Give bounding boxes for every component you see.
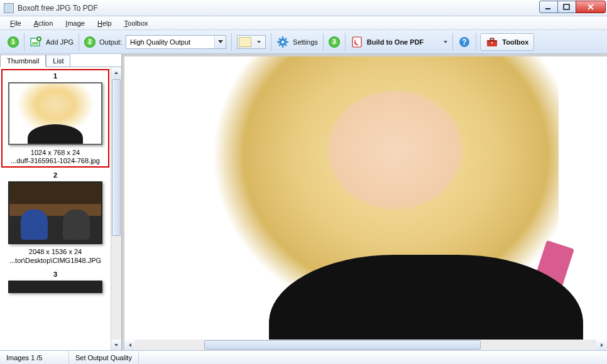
svg-text:?: ?	[462, 38, 467, 46]
step-badge-1: 1	[8, 36, 19, 48]
preview-horizontal-scrollbar[interactable]	[124, 340, 607, 350]
thumbnail-item[interactable]: 3	[1, 268, 109, 299]
background-color-picker[interactable]	[237, 35, 266, 49]
tab-thumbnail[interactable]: Thumbnail	[0, 55, 46, 67]
menu-help[interactable]: Help	[92, 18, 117, 28]
thumbnail-image	[8, 82, 102, 145]
chevron-down-icon	[214, 36, 226, 48]
thumbnail-number: 3	[3, 269, 108, 279]
add-jpg-button[interactable]: Add JPG	[26, 33, 77, 51]
maximize-button[interactable]	[557, 1, 576, 13]
thumbnail-image	[8, 181, 102, 244]
step-badge-3: 3	[329, 36, 340, 48]
app-icon	[4, 3, 14, 13]
output-select[interactable]: High Quality Output	[126, 35, 226, 49]
toolbox-button[interactable]: Toolbox	[480, 33, 534, 51]
thumbnail-filename: ...duff-3165961-1024-768.jpg	[3, 157, 107, 165]
minimize-button[interactable]	[539, 1, 558, 13]
scroll-thumb[interactable]	[204, 340, 481, 350]
thumbnail-filename: ...tor\Desktop\CIMG1848.JPG	[3, 257, 108, 265]
pdf-icon	[351, 36, 363, 48]
status-image-count: Images 1 /5	[0, 351, 69, 364]
titlebar: Boxoft free JPG To PDF	[0, 0, 607, 16]
left-tabs: Thumbnail List	[0, 54, 121, 67]
status-hint: Set Output Quality	[69, 351, 139, 364]
scroll-down-button[interactable]	[111, 340, 121, 350]
window-controls	[540, 1, 606, 13]
thumbnail-number: 1	[3, 71, 107, 81]
tab-list[interactable]: List	[46, 55, 70, 67]
toolbox-label: Toolbox	[502, 38, 528, 46]
svg-rect-12	[490, 38, 494, 40]
main-area: Thumbnail List 1 1024 x 768 x 24 ...duff…	[0, 54, 607, 350]
thumbnail-dimensions: 2048 x 1536 x 24	[3, 248, 108, 256]
svg-rect-7	[353, 37, 361, 47]
thumbnail-image	[8, 281, 102, 293]
build-pdf-button[interactable]: Build to One PDF	[347, 33, 451, 51]
settings-label: Settings	[293, 38, 318, 46]
help-button[interactable]: ?	[454, 33, 474, 51]
svg-rect-4	[32, 42, 38, 45]
statusbar: Images 1 /5 Set Output Quality	[0, 350, 607, 364]
thumbnail-scrollbar[interactable]	[111, 67, 121, 350]
left-pane: Thumbnail List 1 1024 x 768 x 24 ...duff…	[0, 54, 122, 350]
svg-rect-0	[545, 8, 550, 9]
scroll-right-button[interactable]	[596, 340, 607, 350]
add-jpg-label: Add JPG	[46, 38, 74, 46]
menu-image[interactable]: Image	[60, 18, 90, 28]
thumbnail-list: 1 1024 x 768 x 24 ...duff-3165961-1024-7…	[0, 67, 111, 350]
svg-point-13	[491, 41, 493, 43]
svg-point-6	[282, 40, 284, 43]
scroll-track[interactable]	[135, 340, 596, 350]
preview-pane	[122, 54, 607, 350]
thumbnail-dimensions: 1024 x 768 x 24	[3, 149, 107, 157]
window-title: Boxoft free JPG To PDF	[18, 4, 540, 13]
menu-toolbox[interactable]: Toolbox	[119, 18, 153, 28]
scroll-left-button[interactable]	[124, 340, 135, 350]
menu-action[interactable]: Action	[29, 18, 58, 28]
color-swatch	[239, 37, 251, 47]
svg-rect-1	[564, 4, 569, 9]
scroll-thumb[interactable]	[112, 79, 121, 236]
build-label: Build to One PDF	[367, 38, 424, 46]
chevron-down-icon	[254, 36, 264, 48]
output-label: Output:	[99, 38, 122, 46]
preview-image	[124, 56, 607, 340]
gear-icon	[276, 36, 289, 48]
add-image-icon	[30, 36, 42, 48]
close-button[interactable]	[576, 1, 606, 13]
chevron-down-icon	[444, 41, 447, 43]
thumbnail-item[interactable]: 1 1024 x 768 x 24 ...duff-3165961-1024-7…	[1, 69, 109, 168]
settings-button[interactable]: Settings	[273, 33, 322, 51]
menu-file[interactable]: File	[5, 18, 26, 28]
toolbar: 1 Add JPG 2 Output: High Quality Output …	[0, 30, 607, 54]
scroll-track[interactable]	[111, 78, 121, 340]
thumbnail-number: 2	[3, 170, 108, 180]
thumbnail-item[interactable]: 2 2048 x 1536 x 24 ...tor\Desktop\CIMG18…	[1, 169, 109, 266]
help-icon: ?	[458, 36, 471, 48]
output-select-value: High Quality Output	[126, 38, 214, 46]
scroll-up-button[interactable]	[111, 67, 121, 78]
thumbnail-scroll: 1 1024 x 768 x 24 ...duff-3165961-1024-7…	[0, 67, 121, 350]
toolbox-icon	[486, 36, 498, 48]
step-badge-2: 2	[84, 36, 96, 48]
menubar: File Action Image Help Toolbox	[0, 16, 607, 30]
